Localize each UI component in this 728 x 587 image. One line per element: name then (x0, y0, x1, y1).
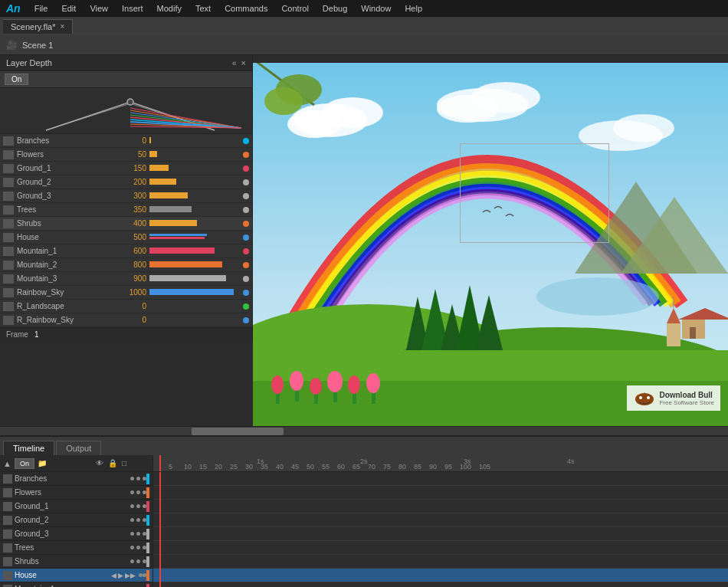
timeline-tab-bar: Timeline Output (0, 437, 728, 455)
lock-dot[interactable] (136, 518, 140, 522)
horizontal-scrollbar[interactable] (0, 426, 728, 435)
ld-collapse-icon[interactable]: « (232, 59, 237, 67)
watermark-brand: Download Bull (659, 391, 714, 399)
visibility-dot[interactable] (130, 490, 134, 494)
visibility-dot[interactable] (130, 504, 134, 508)
layer-color-bar (146, 474, 149, 484)
list-item[interactable]: Branches 0 (0, 134, 252, 148)
lock-dot[interactable] (136, 490, 140, 494)
svg-point-57 (639, 396, 642, 399)
lock-dot[interactable] (136, 532, 140, 536)
visibility-dot[interactable] (130, 532, 134, 536)
stage-canvas[interactable]: Download Bull Free Software Store (253, 63, 728, 426)
layer-color-bar (146, 570, 149, 581)
list-item[interactable]: Flowers 50 (0, 148, 252, 162)
layer-next-frame[interactable]: ▶▶ (125, 572, 136, 579)
document-tab[interactable]: Scenery.fla* × (3, 19, 73, 34)
tl-folder-icon[interactable]: 📁 (38, 459, 47, 467)
menu-commands[interactable]: Commands (218, 2, 274, 15)
frame-row-mountain1[interactable] (153, 582, 728, 587)
list-item[interactable]: Ground_2 200 (0, 175, 252, 189)
list-item[interactable]: Mountain_3 900 (0, 272, 252, 286)
timeline-layer-shrubs[interactable]: Shrubs (0, 555, 152, 569)
list-item[interactable]: Ground_3 300 (0, 189, 252, 203)
frame-row-branches[interactable] (153, 472, 728, 486)
menu-insert[interactable]: Insert (116, 2, 149, 15)
timeline-layers-list: Branches Flowers (0, 472, 153, 587)
timeline-layer-mountain1[interactable]: Mountain_1 (0, 582, 152, 587)
layer-prev-frame[interactable]: ◀ (111, 572, 116, 579)
frame-row-flowers[interactable] (153, 486, 728, 500)
list-item[interactable]: Mountain_1 600 (0, 244, 252, 258)
ld-close-icon[interactable]: × (241, 58, 246, 67)
svg-point-3 (127, 99, 133, 105)
scenery-image: Download Bull Free Software Store (253, 63, 728, 426)
frame-row-ground3[interactable] (153, 527, 728, 541)
timeline-layer-trees[interactable]: Trees (0, 541, 152, 555)
layer-controls (130, 504, 146, 508)
menu-debug[interactable]: Debug (316, 2, 353, 15)
list-item[interactable]: Ground_1 150 (0, 162, 252, 175)
lock-dot[interactable] (136, 504, 140, 508)
timeline-layer-ground2[interactable]: Ground_2 (0, 513, 152, 527)
frame-row-ground2[interactable] (153, 513, 728, 527)
menu-view[interactable]: View (84, 2, 114, 15)
frame-row-house[interactable] (153, 569, 728, 582)
menu-window[interactable]: Window (355, 2, 397, 15)
scroll-thumb[interactable] (192, 428, 284, 435)
tab-output[interactable]: Output (56, 441, 101, 455)
layer-color-bar (146, 501, 149, 512)
menu-file[interactable]: File (28, 2, 54, 15)
visibility-dot[interactable] (130, 477, 134, 480)
list-item[interactable]: R_Rainbow_Sky 0 (0, 313, 252, 327)
lock-dot[interactable] (136, 477, 140, 480)
timeline-layer-ground3[interactable]: Ground_3 (0, 527, 152, 541)
list-item[interactable]: Rainbow_Sky 1000 (0, 286, 252, 300)
timeline-layer-ground1[interactable]: Ground_1 (0, 500, 152, 513)
layer-color-bar (146, 543, 149, 553)
menu-help[interactable]: Help (398, 2, 428, 15)
tl-eye-icon[interactable]: 👁 (96, 459, 103, 467)
layer-play-controls: ◀ ▶ ▶▶ (111, 572, 136, 579)
frame-row-ground1[interactable] (153, 500, 728, 513)
timeline-layer-flowers[interactable]: Flowers (0, 486, 152, 500)
svg-point-45 (310, 378, 322, 395)
timeline-header: ▲ On 📁 👁 🔒 □ 1s 2s 3s 4s 5 10 (0, 455, 728, 472)
list-item[interactable]: R_Landscape 0 (0, 300, 252, 313)
layer-depth-toolbar: On (0, 71, 252, 88)
visibility-dot[interactable] (130, 559, 134, 563)
frame-row-shrubs[interactable] (153, 555, 728, 569)
visibility-dot[interactable] (130, 518, 134, 522)
lock-dot[interactable] (136, 546, 140, 549)
tab-close-button[interactable]: × (61, 22, 65, 31)
list-item[interactable]: Mountain_2 800 (0, 258, 252, 272)
tl-frame-icon[interactable]: □ (122, 459, 126, 467)
tl-on-button[interactable]: On (15, 458, 34, 469)
layer-type-icon (3, 516, 12, 525)
lock-dot[interactable] (136, 559, 140, 563)
tl-lock-icon[interactable]: 🔒 (108, 459, 117, 467)
layer-play-button[interactable]: ▶ (118, 572, 123, 579)
list-item[interactable]: Trees 350 (0, 203, 252, 217)
layer-controls (130, 477, 146, 480)
timeline-frames[interactable] (153, 472, 728, 587)
menu-edit[interactable]: Edit (55, 2, 82, 15)
frame-row-trees[interactable] (153, 541, 728, 555)
layer-type-icon (3, 557, 12, 566)
visibility-dot[interactable] (130, 546, 134, 549)
list-item[interactable]: Shrubs 400 (0, 217, 252, 231)
layer-type-icon (3, 585, 12, 588)
tl-new-layer-icon[interactable]: ▲ (3, 459, 11, 468)
layer-type-icon (3, 543, 12, 553)
list-item[interactable]: House 500 (0, 231, 252, 244)
timeline-ruler: 1s 2s 3s 4s 5 10 15 20 25 30 35 40 45 50… (153, 455, 728, 471)
svg-point-49 (348, 375, 360, 394)
menu-text[interactable]: Text (189, 2, 217, 15)
ld-on-button[interactable]: On (5, 74, 28, 85)
menu-modify[interactable]: Modify (151, 2, 188, 15)
timeline-layer-house[interactable]: House ◀ ▶ ▶▶ (0, 569, 152, 582)
menu-control[interactable]: Control (275, 2, 314, 15)
timeline-layer-branches[interactable]: Branches (0, 472, 152, 486)
watermark: Download Bull Free Software Store (627, 385, 720, 411)
tab-timeline[interactable]: Timeline (3, 441, 54, 455)
